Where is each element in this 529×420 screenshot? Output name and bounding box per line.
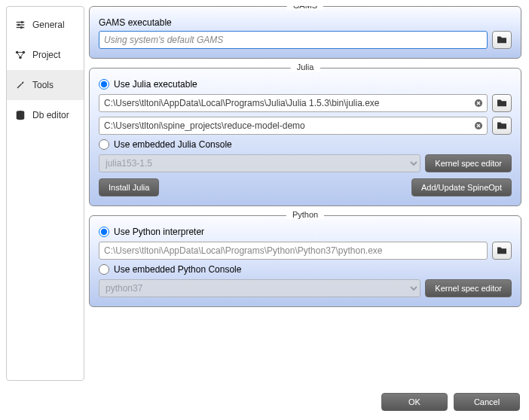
julia-project-browse-button[interactable] <box>492 117 512 135</box>
julia-kernel-spec-button[interactable]: Kernel spec editor <box>425 154 512 172</box>
clear-icon[interactable] <box>472 97 485 109</box>
folder-icon <box>497 35 507 46</box>
julia-use-exe-radio[interactable] <box>99 79 109 90</box>
gams-exe-label: GAMS executable <box>99 17 512 28</box>
sidebar-item-general[interactable]: General <box>7 10 84 40</box>
julia-exe-browse-button[interactable] <box>492 94 512 112</box>
sidebar-item-label: Project <box>32 50 60 60</box>
sidebar-item-label: Tools <box>32 80 54 90</box>
python-use-console-radio[interactable] <box>99 264 109 275</box>
python-group-title: Python <box>286 210 324 219</box>
ok-button[interactable]: OK <box>381 393 448 411</box>
julia-exe-input[interactable] <box>99 94 488 112</box>
gams-group-title: GAMS <box>287 6 323 10</box>
python-use-console-label[interactable]: Use embedded Python Console <box>114 264 241 275</box>
gams-browse-button[interactable] <box>492 31 512 49</box>
svg-rect-5 <box>20 26 23 29</box>
add-update-spineopt-button[interactable]: Add/Update SpineOpt <box>411 178 512 196</box>
julia-use-console-radio[interactable] <box>99 139 109 150</box>
python-group: Python Use Python interpreter Use embedd… <box>89 215 521 307</box>
julia-use-console-label[interactable]: Use embedded Julia Console <box>114 139 232 150</box>
sliders-icon <box>14 19 26 31</box>
python-kernel-spec-button[interactable]: Kernel spec editor <box>425 279 512 297</box>
julia-kernel-select[interactable]: julia153-1.5 <box>99 154 420 172</box>
sidebar-item-label: Db editor <box>32 110 69 120</box>
python-exe-input[interactable] <box>99 242 488 260</box>
folder-icon <box>497 120 507 132</box>
install-julia-button[interactable]: Install Julia <box>99 178 159 196</box>
cancel-button[interactable]: Cancel <box>454 393 520 411</box>
sidebar-item-db-editor[interactable]: Db editor <box>7 100 84 130</box>
julia-use-exe-label[interactable]: Use Julia executable <box>114 79 197 90</box>
julia-project-input[interactable] <box>99 117 488 135</box>
sidebar-item-label: General <box>32 20 65 30</box>
svg-rect-1 <box>21 21 23 23</box>
dialog-footer: OK Cancel <box>0 387 529 420</box>
wrench-icon <box>14 79 26 91</box>
content: GAMS GAMS executable Julia Use Julia exe… <box>89 6 523 381</box>
folder-icon <box>497 245 507 257</box>
julia-group-title: Julia <box>291 62 320 72</box>
sidebar: General Project Tools Db editor <box>6 6 84 381</box>
sidebar-item-tools[interactable]: Tools <box>7 70 84 100</box>
python-exe-browse-button[interactable] <box>492 242 512 260</box>
project-icon <box>14 49 26 61</box>
python-use-exe-label[interactable]: Use Python interpreter <box>114 227 204 237</box>
folder-icon <box>497 98 507 109</box>
clear-icon[interactable] <box>472 120 485 132</box>
gams-group: GAMS GAMS executable <box>89 6 521 59</box>
database-icon <box>14 109 26 121</box>
python-use-exe-radio[interactable] <box>99 227 109 237</box>
sidebar-item-project[interactable]: Project <box>7 40 84 70</box>
python-kernel-select[interactable]: python37 <box>99 279 420 297</box>
julia-group: Julia Use Julia executable <box>89 68 521 206</box>
svg-rect-3 <box>18 24 20 26</box>
gams-exe-input[interactable] <box>99 31 488 49</box>
